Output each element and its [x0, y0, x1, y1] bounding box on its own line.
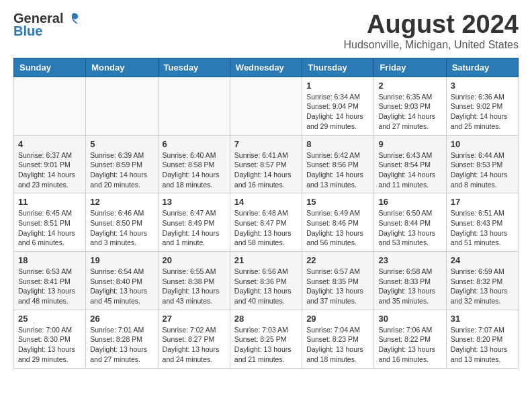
day-content: Sunrise: 7:01 AMSunset: 8:28 PMDaylight:…	[90, 325, 153, 365]
calendar-cell: 30Sunrise: 7:06 AMSunset: 8:22 PMDayligh…	[374, 310, 446, 368]
calendar-week-row: 25Sunrise: 7:00 AMSunset: 8:30 PMDayligh…	[14, 310, 519, 368]
day-number: 9	[378, 139, 441, 149]
day-content: Sunrise: 6:59 AMSunset: 8:32 PMDaylight:…	[451, 267, 514, 306]
calendar-cell: 5Sunrise: 6:39 AMSunset: 8:59 PMDaylight…	[86, 135, 158, 193]
day-number: 18	[18, 255, 81, 265]
column-header-saturday: Saturday	[446, 58, 518, 77]
calendar-cell: 22Sunrise: 6:57 AMSunset: 8:35 PMDayligh…	[302, 252, 374, 310]
column-header-thursday: Thursday	[302, 58, 374, 77]
calendar-week-row: 11Sunrise: 6:45 AMSunset: 8:51 PMDayligh…	[14, 193, 519, 252]
day-number: 31	[451, 314, 514, 324]
title-section: August 2024 Hudsonville, Michigan, Unite…	[343, 11, 519, 51]
day-number: 11	[18, 197, 81, 207]
calendar-cell: 7Sunrise: 6:41 AMSunset: 8:57 PMDaylight…	[230, 135, 302, 193]
day-number: 2	[378, 81, 441, 91]
calendar-cell	[14, 77, 86, 135]
day-content: Sunrise: 6:57 AMSunset: 8:35 PMDaylight:…	[306, 267, 369, 306]
calendar-cell: 12Sunrise: 6:46 AMSunset: 8:50 PMDayligh…	[86, 193, 158, 252]
calendar-cell: 28Sunrise: 7:03 AMSunset: 8:25 PMDayligh…	[230, 310, 302, 368]
day-content: Sunrise: 6:55 AMSunset: 8:38 PMDaylight:…	[163, 267, 226, 306]
day-number: 23	[378, 255, 441, 265]
day-content: Sunrise: 6:40 AMSunset: 8:58 PMDaylight:…	[163, 150, 226, 190]
day-content: Sunrise: 7:00 AMSunset: 8:30 PMDaylight:…	[18, 325, 81, 365]
calendar-cell	[158, 77, 230, 135]
calendar-cell: 4Sunrise: 6:37 AMSunset: 9:01 PMDaylight…	[14, 135, 86, 193]
day-number: 24	[451, 255, 514, 265]
day-number: 21	[234, 255, 298, 265]
day-content: Sunrise: 6:58 AMSunset: 8:33 PMDaylight:…	[378, 267, 441, 306]
day-number: 14	[234, 197, 298, 207]
day-number: 8	[306, 139, 369, 149]
day-content: Sunrise: 6:46 AMSunset: 8:50 PMDaylight:…	[90, 208, 153, 248]
day-number: 12	[90, 197, 153, 207]
day-content: Sunrise: 6:41 AMSunset: 8:57 PMDaylight:…	[234, 150, 298, 190]
day-content: Sunrise: 7:03 AMSunset: 8:25 PMDaylight:…	[234, 325, 298, 365]
day-content: Sunrise: 6:34 AMSunset: 9:04 PMDaylight:…	[306, 92, 369, 132]
day-content: Sunrise: 6:43 AMSunset: 8:54 PMDaylight:…	[378, 150, 441, 190]
day-number: 28	[234, 314, 298, 324]
day-content: Sunrise: 6:35 AMSunset: 9:03 PMDaylight:…	[378, 92, 441, 132]
day-number: 27	[163, 314, 226, 324]
calendar-table: SundayMondayTuesdayWednesdayThursdayFrid…	[13, 58, 519, 369]
day-number: 7	[234, 139, 298, 149]
column-header-sunday: Sunday	[14, 58, 86, 77]
calendar-cell: 3Sunrise: 6:36 AMSunset: 9:02 PMDaylight…	[446, 77, 518, 135]
calendar-cell: 18Sunrise: 6:53 AMSunset: 8:41 PMDayligh…	[14, 252, 86, 310]
day-content: Sunrise: 7:04 AMSunset: 8:23 PMDaylight:…	[306, 325, 369, 365]
calendar-cell: 11Sunrise: 6:45 AMSunset: 8:51 PMDayligh…	[14, 193, 86, 252]
calendar-cell: 16Sunrise: 6:50 AMSunset: 8:44 PMDayligh…	[374, 193, 446, 252]
day-content: Sunrise: 6:42 AMSunset: 8:56 PMDaylight:…	[306, 150, 369, 190]
day-number: 4	[18, 139, 81, 149]
calendar-cell: 14Sunrise: 6:48 AMSunset: 8:47 PMDayligh…	[230, 193, 302, 252]
calendar-cell: 15Sunrise: 6:49 AMSunset: 8:46 PMDayligh…	[302, 193, 374, 252]
day-content: Sunrise: 6:56 AMSunset: 8:36 PMDaylight:…	[234, 267, 298, 306]
calendar-cell: 21Sunrise: 6:56 AMSunset: 8:36 PMDayligh…	[230, 252, 302, 310]
day-content: Sunrise: 6:47 AMSunset: 8:49 PMDaylight:…	[163, 208, 226, 248]
calendar-cell: 2Sunrise: 6:35 AMSunset: 9:03 PMDaylight…	[374, 77, 446, 135]
day-content: Sunrise: 7:07 AMSunset: 8:20 PMDaylight:…	[451, 325, 514, 365]
calendar-cell: 10Sunrise: 6:44 AMSunset: 8:53 PMDayligh…	[446, 135, 518, 193]
calendar-cell: 19Sunrise: 6:54 AMSunset: 8:40 PMDayligh…	[86, 252, 158, 310]
calendar-cell: 17Sunrise: 6:51 AMSunset: 8:43 PMDayligh…	[446, 193, 518, 252]
column-header-wednesday: Wednesday	[230, 58, 302, 77]
day-number: 22	[306, 255, 369, 265]
day-content: Sunrise: 6:44 AMSunset: 8:53 PMDaylight:…	[451, 150, 514, 190]
column-header-monday: Monday	[86, 58, 158, 77]
day-number: 30	[378, 314, 441, 324]
day-content: Sunrise: 6:51 AMSunset: 8:43 PMDaylight:…	[451, 208, 514, 248]
day-number: 15	[306, 197, 369, 207]
calendar-cell	[230, 77, 302, 135]
calendar-cell: 31Sunrise: 7:07 AMSunset: 8:20 PMDayligh…	[446, 310, 518, 368]
day-content: Sunrise: 6:45 AMSunset: 8:51 PMDaylight:…	[18, 208, 81, 248]
day-content: Sunrise: 6:37 AMSunset: 9:01 PMDaylight:…	[18, 150, 81, 190]
day-number: 25	[18, 314, 81, 324]
day-number: 17	[451, 197, 514, 207]
calendar-cell: 25Sunrise: 7:00 AMSunset: 8:30 PMDayligh…	[14, 310, 86, 368]
calendar-cell: 23Sunrise: 6:58 AMSunset: 8:33 PMDayligh…	[374, 252, 446, 310]
day-number: 3	[451, 81, 514, 91]
month-year-title: August 2024	[343, 11, 519, 39]
calendar-cell: 8Sunrise: 6:42 AMSunset: 8:56 PMDaylight…	[302, 135, 374, 193]
day-number: 13	[163, 197, 226, 207]
page-header: General Blue August 2024 Hudsonville, Mi…	[13, 11, 519, 51]
day-content: Sunrise: 6:50 AMSunset: 8:44 PMDaylight:…	[378, 208, 441, 248]
calendar-cell	[86, 77, 158, 135]
day-number: 19	[90, 255, 153, 265]
day-number: 6	[163, 139, 226, 149]
calendar-cell: 26Sunrise: 7:01 AMSunset: 8:28 PMDayligh…	[86, 310, 158, 368]
calendar-week-row: 4Sunrise: 6:37 AMSunset: 9:01 PMDaylight…	[14, 135, 519, 193]
calendar-cell: 6Sunrise: 6:40 AMSunset: 8:58 PMDaylight…	[158, 135, 230, 193]
day-number: 16	[378, 197, 441, 207]
day-content: Sunrise: 7:06 AMSunset: 8:22 PMDaylight:…	[378, 325, 441, 365]
column-header-tuesday: Tuesday	[158, 58, 230, 77]
day-content: Sunrise: 7:02 AMSunset: 8:27 PMDaylight:…	[163, 325, 226, 365]
day-content: Sunrise: 6:49 AMSunset: 8:46 PMDaylight:…	[306, 208, 369, 248]
day-content: Sunrise: 6:36 AMSunset: 9:02 PMDaylight:…	[451, 92, 514, 132]
day-number: 1	[306, 81, 369, 91]
day-number: 29	[306, 314, 369, 324]
day-number: 26	[90, 314, 153, 324]
calendar-cell: 9Sunrise: 6:43 AMSunset: 8:54 PMDaylight…	[374, 135, 446, 193]
calendar-week-row: 18Sunrise: 6:53 AMSunset: 8:41 PMDayligh…	[14, 252, 519, 310]
calendar-cell: 29Sunrise: 7:04 AMSunset: 8:23 PMDayligh…	[302, 310, 374, 368]
day-content: Sunrise: 6:48 AMSunset: 8:47 PMDaylight:…	[234, 208, 298, 248]
